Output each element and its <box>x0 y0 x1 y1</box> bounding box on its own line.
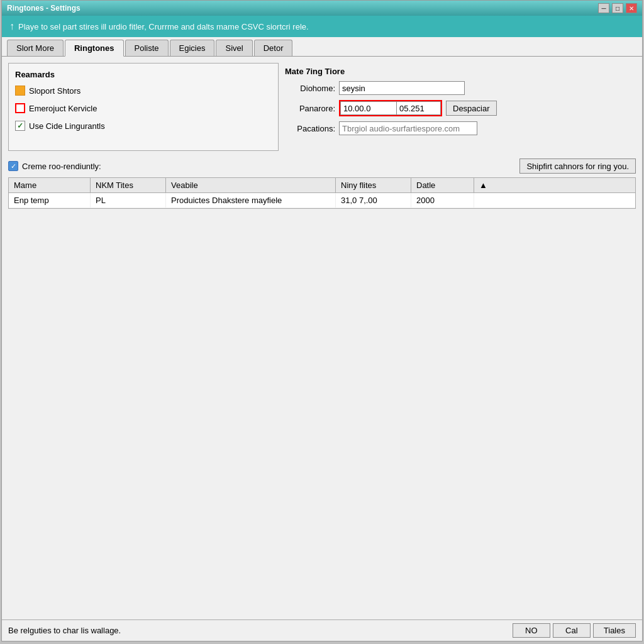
despaciar-button[interactable]: Despaciar <box>446 101 497 116</box>
tabs-bar: Slort More Ringtones Poliste Egicies Siv… <box>2 37 642 57</box>
main-window: Ringtones - Settings ─ □ ✕ ↑ Playe to se… <box>1 0 643 641</box>
creme-checkbox[interactable] <box>8 161 18 171</box>
cell-veable: Produictes Dhakstere mayfiele <box>166 193 336 208</box>
checkbox-row-sloport: Sloport Shtors <box>15 84 272 97</box>
table-header-datle: Datle <box>411 178 474 192</box>
cell-name: Enp temp <box>9 193 91 208</box>
maximize-button[interactable]: □ <box>612 3 623 13</box>
status-text: Be relguties to char lis wallage. <box>8 626 513 635</box>
table-sort-icon[interactable]: ▲ <box>474 178 487 192</box>
cell-niny: 31,0 7,.00 <box>336 193 411 208</box>
right-panel-title: Mate 7ing Tiore <box>285 67 636 76</box>
creme-label: Creme roo-rendiuntly: <box>22 162 101 171</box>
tab-ringtones[interactable]: Ringtones <box>65 40 124 57</box>
title-bar-text: Ringtones - Settings <box>7 4 80 13</box>
left-panel-title: Reamards <box>15 70 272 79</box>
info-arrow-icon: ↑ <box>9 21 14 32</box>
panarore-label: Panarore: <box>285 104 335 113</box>
minimize-button[interactable]: ─ <box>598 3 609 13</box>
info-bar-text: Playe to sel part stires ill urdio fitle… <box>18 22 309 31</box>
table-header-veable: Veabile <box>166 178 336 192</box>
left-panel: Reamards Sloport Shtors Emerojuct Kervic… <box>8 63 279 151</box>
status-bar: Be relguties to char lis wallage. NO Cal… <box>2 619 642 641</box>
right-panel: Mate 7ing Tiore Diohome: Panarore: Despa… <box>285 63 636 151</box>
checkbox-emerojuct-icon[interactable] <box>15 103 25 113</box>
checkbox-usecide-label: Use Cide Lingurantls <box>29 121 105 131</box>
top-panels: Reamards Sloport Shtors Emerojuct Kervic… <box>8 63 636 151</box>
creme-row: Creme roo-rendiuntly: <box>8 161 101 171</box>
table-header-niny: Niny flites <box>336 178 411 192</box>
pacations-input[interactable] <box>339 121 477 135</box>
main-content: Reamards Sloport Shtors Emerojuct Kervic… <box>2 57 642 619</box>
title-bar: Ringtones - Settings ─ □ ✕ <box>2 1 642 16</box>
status-buttons: NO Cal Tiales <box>513 623 636 638</box>
diohome-row: Diohome: <box>285 81 636 95</box>
diohome-label: Diohome: <box>285 84 335 93</box>
tab-detor[interactable]: Detor <box>254 40 293 56</box>
port-input-1[interactable] <box>340 101 397 115</box>
checkbox-row-emerojuct: Emerojuct Kervicle <box>15 102 272 114</box>
port-group <box>339 100 442 116</box>
checkbox-row-usecide: Use Cide Lingurantls <box>15 119 272 132</box>
cal-button[interactable]: Cal <box>553 623 591 638</box>
action-row: Creme roo-rendiuntly: Shipfirt cahnors f… <box>8 158 636 174</box>
diohome-input[interactable] <box>339 81 465 95</box>
checkbox-sloport-icon[interactable] <box>15 86 25 96</box>
checkbox-usecide-icon[interactable] <box>15 121 25 131</box>
table-header-name: Mame <box>9 178 91 192</box>
tab-sivel[interactable]: Sivel <box>216 40 252 56</box>
cell-nkm: PL <box>91 193 166 208</box>
tab-egicies[interactable]: Egicies <box>170 40 215 56</box>
title-bar-controls: ─ □ ✕ <box>598 3 637 13</box>
shipfirt-button[interactable]: Shipfirt cahnors for ring you. <box>519 158 636 174</box>
table-header: Mame NKM Tites Veabile Niny flites Datle… <box>9 178 635 193</box>
port-input-2[interactable] <box>397 101 441 115</box>
table-header-nkm: NKM Tites <box>91 178 166 192</box>
tiales-button[interactable]: Tiales <box>593 623 636 638</box>
info-bar: ↑ Playe to sel part stires ill urdio fit… <box>2 16 642 37</box>
checkbox-sloport-label: Sloport Shtors <box>29 86 80 96</box>
table-row[interactable]: Enp temp PL Produictes Dhakstere mayfiel… <box>9 193 635 208</box>
tab-poliste[interactable]: Poliste <box>125 40 169 56</box>
cell-datle: 2000 <box>411 193 474 208</box>
close-button[interactable]: ✕ <box>626 3 637 13</box>
panarore-row: Panarore: Despaciar <box>285 100 636 116</box>
main-table: Mame NKM Tites Veabile Niny flites Datle… <box>8 177 636 209</box>
pacations-row: Pacations: <box>285 121 636 135</box>
checkbox-emerojuct-label: Emerojuct Kervicle <box>29 104 97 113</box>
tab-slort-more[interactable]: Slort More <box>7 40 64 56</box>
no-button[interactable]: NO <box>513 623 550 638</box>
pacations-label: Pacations: <box>285 124 335 133</box>
